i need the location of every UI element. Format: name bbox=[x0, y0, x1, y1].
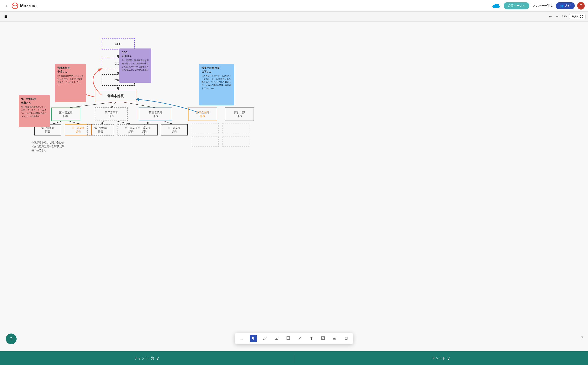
help-corner[interactable]: ? bbox=[581, 336, 583, 340]
shape-icon bbox=[286, 336, 290, 341]
ceo-node[interactable]: CEO bbox=[102, 38, 135, 49]
sales-head-node[interactable]: 営業本部長 bbox=[95, 90, 136, 102]
svg-rect-24 bbox=[345, 337, 347, 339]
planning-sticky-desc: 元々外資ITでプリセールスを行っており、セールスステックの導入のタイミングでは必… bbox=[201, 74, 232, 90]
bottom-toolbar: ... T bbox=[235, 333, 353, 344]
shape-tool[interactable] bbox=[285, 335, 292, 342]
coo-sticky-desc: 主に営業部と新規事業部を両軸で見ている。本部長の中谷さんとはプロパーで頑張ってき… bbox=[122, 59, 149, 71]
chat-button[interactable]: チャット ∨ bbox=[294, 356, 588, 361]
back-button[interactable]: ‹ bbox=[3, 2, 10, 9]
sales-head-sticky-title: 営業本部長 中谷さん bbox=[57, 66, 84, 74]
pen-tool[interactable] bbox=[261, 335, 269, 342]
empty-node-3[interactable] bbox=[192, 136, 219, 147]
toolbar: ☰ ↩ ↪ 52% Styles bbox=[0, 12, 588, 21]
empty-node-1[interactable] bbox=[192, 123, 219, 133]
back-icon: ‹ bbox=[6, 3, 7, 8]
delete-tool[interactable] bbox=[343, 335, 350, 342]
image-icon bbox=[333, 336, 337, 341]
logo-text: Mazrica bbox=[20, 3, 37, 8]
text-icon: T bbox=[310, 337, 313, 341]
menu-button[interactable]: ☰ bbox=[2, 13, 9, 20]
share-icon: 👥 bbox=[560, 4, 564, 7]
svg-line-16 bbox=[164, 121, 172, 124]
chat-chevron: ∨ bbox=[447, 356, 450, 361]
edit-tool[interactable] bbox=[319, 335, 327, 342]
div1-head-sticky-title: 第一営業部長 佐藤さん bbox=[21, 97, 47, 105]
styles-circle-icon bbox=[580, 15, 583, 18]
arrow-tool[interactable] bbox=[296, 335, 303, 342]
div1-head-sticky[interactable]: 第一営業部長 佐藤さん 第一営業部のマネジメントを行っている人。チームメンバーは… bbox=[19, 95, 50, 127]
svg-line-14 bbox=[116, 121, 131, 124]
div3-manager1-node[interactable]: 第三営業部課長 bbox=[131, 124, 158, 135]
svg-line-11 bbox=[53, 121, 62, 124]
svg-rect-19 bbox=[287, 337, 290, 339]
planning-head-node[interactable]: 営業企画部部長 bbox=[188, 107, 217, 121]
help-button[interactable]: ? bbox=[6, 334, 17, 344]
planning-sticky-title: 営業企画部 部長 山下さん bbox=[201, 66, 232, 74]
cursor-tool[interactable] bbox=[250, 335, 257, 342]
menu-icon: ☰ bbox=[4, 14, 7, 18]
user-avatar[interactable]: T bbox=[577, 2, 585, 9]
svg-line-15 bbox=[147, 121, 149, 124]
it-head-node[interactable]: 情シス部部長 bbox=[225, 107, 254, 121]
svg-line-12 bbox=[68, 121, 80, 124]
delete-icon bbox=[344, 336, 348, 341]
empty-node-4[interactable] bbox=[222, 136, 249, 147]
coo-sticky[interactable]: COO 石川さん 主に営業部と新規事業部を両軸で見ている。本部長の中谷さんとはプ… bbox=[119, 49, 151, 83]
chat-list-chevron: ∨ bbox=[156, 356, 159, 361]
org-chart: CEO COO CRO 営業本部長 第一営業部部長 第二営業部部長 第三営業部部… bbox=[0, 21, 588, 365]
svg-point-23 bbox=[334, 337, 334, 338]
redo-button[interactable]: ↪ bbox=[554, 13, 560, 20]
image-tool[interactable] bbox=[331, 335, 338, 342]
bottom-note: 今回課題を感じて問い合わせてきた組織は第一営業部の課長の佐竹さん bbox=[29, 139, 66, 155]
logo: Mazrica bbox=[12, 2, 37, 9]
svg-rect-17 bbox=[275, 338, 278, 339]
arrow-icon bbox=[298, 336, 302, 341]
public-page-button[interactable]: 公開ページへ bbox=[504, 2, 529, 9]
header: ‹ Mazrica 公開ページへ メンバー一覧 1 👥 共有 T bbox=[0, 0, 588, 12]
share-button[interactable]: 👥 共有 bbox=[556, 2, 575, 9]
div3-head-node[interactable]: 第三営業部部長 bbox=[139, 107, 172, 121]
mazrica-logo-icon bbox=[12, 2, 18, 9]
salesforce-icon[interactable] bbox=[492, 3, 500, 9]
undo-button[interactable]: ↩ bbox=[547, 13, 554, 20]
div2-head-node[interactable]: 第二営業部部長 bbox=[95, 107, 128, 121]
chat-bar: チャット一覧 ∨ チャット ∨ bbox=[0, 351, 588, 365]
more-tool[interactable]: ... bbox=[238, 335, 245, 342]
coo-sticky-title: COO 石川さん bbox=[122, 50, 149, 58]
sales-head-sticky-desc: 3つの組織のマネジメントを行いながら、全社の予算達成をミッションとしてもつ。 bbox=[57, 74, 84, 87]
sales-head-sticky[interactable]: 営業本部長 中谷さん 3つの組織のマネジメントを行いながら、全社の予算達成をミッ… bbox=[55, 64, 86, 102]
arrows-overlay bbox=[0, 21, 588, 365]
div1-head-node[interactable]: 第一営業部部長 bbox=[51, 107, 80, 121]
edit-icon bbox=[321, 336, 325, 341]
empty-node-2[interactable] bbox=[222, 123, 249, 133]
svg-line-8 bbox=[71, 102, 112, 107]
eraser-tool[interactable] bbox=[273, 335, 280, 342]
chat-list-button[interactable]: チャット一覧 ∨ bbox=[0, 356, 294, 361]
planning-sticky[interactable]: 営業企画部 部長 山下さん 元々外資ITでプリセールスを行っており、セールスステ… bbox=[199, 64, 234, 105]
div1-head-sticky-desc: 第一営業部のマネジメントを行っている人。チームメンバーは2名の課長と6名のメンバ… bbox=[21, 105, 47, 118]
svg-line-9 bbox=[111, 102, 116, 107]
text-tool[interactable]: T bbox=[308, 335, 315, 342]
cursor-icon bbox=[251, 336, 255, 341]
canvas: CEO COO CRO 営業本部長 第一営業部部長 第二営業部部長 第三営業部部… bbox=[0, 21, 588, 365]
div3-manager2-node[interactable]: 第三営業部課長 bbox=[161, 124, 188, 135]
undo-icon: ↩ bbox=[549, 14, 552, 18]
svg-point-4 bbox=[495, 4, 498, 6]
members-count[interactable]: メンバー一覧 1 bbox=[533, 4, 552, 8]
styles-button[interactable]: Styles bbox=[569, 14, 586, 19]
redo-icon: ↪ bbox=[556, 14, 558, 18]
svg-line-10 bbox=[124, 102, 154, 107]
eraser-icon bbox=[275, 336, 279, 341]
svg-line-13 bbox=[102, 121, 104, 124]
svg-line-20 bbox=[299, 337, 301, 339]
zoom-level: 52% bbox=[562, 15, 567, 18]
pen-icon bbox=[263, 336, 267, 341]
div2-manager1-node[interactable]: 第二営業部課長 bbox=[87, 124, 114, 135]
